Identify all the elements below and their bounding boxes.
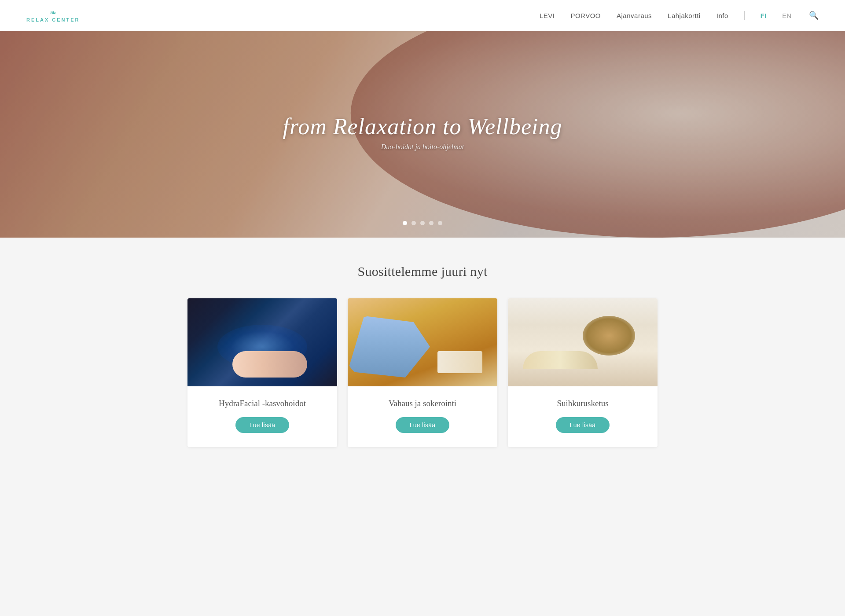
slider-dot-5[interactable]: [438, 221, 442, 225]
site-header: ❧ RELAX CENTER LEVI PORVOO Ajanvaraus La…: [0, 0, 845, 31]
section-title: Suosittelemme juuri nyt: [35, 264, 810, 279]
card-hydrafacial-image: [187, 298, 337, 386]
slider-dot-4[interactable]: [429, 221, 434, 225]
card-hydrafacial-btn[interactable]: Lue lisää: [235, 417, 290, 433]
hero-subtitle: Duo-hoidot ja hoito-ohjelmat: [283, 143, 562, 151]
recommendations-section: Suosittelemme juuri nyt HydraFacial -kas…: [0, 238, 845, 482]
card-shower-btn[interactable]: Lue lisää: [556, 417, 610, 433]
card-wax-body: Vahaus ja sokerointi Lue lisää: [348, 386, 497, 447]
nav-ajanvaraus[interactable]: Ajanvaraus: [617, 12, 652, 19]
nav-lahjakortti[interactable]: Lahjakortti: [668, 12, 701, 19]
card-shower-title: Suihkurusketus: [557, 399, 608, 408]
card-hydrafacial-title: HydraFacial -kasvohoidot: [219, 399, 306, 408]
nav-porvoo[interactable]: PORVOO: [570, 12, 601, 19]
search-icon[interactable]: 🔍: [809, 11, 819, 20]
logo-text: RELAX CENTER: [26, 17, 80, 22]
card-wax-title: Vahaus ja sokerointi: [389, 399, 456, 408]
nav-levi[interactable]: LEVI: [540, 12, 555, 19]
nav-info[interactable]: Info: [716, 12, 728, 19]
card-hydrafacial: HydraFacial -kasvohoidot Lue lisää: [187, 298, 337, 447]
slider-dot-3[interactable]: [420, 221, 425, 225]
card-wax-btn[interactable]: Lue lisää: [396, 417, 450, 433]
card-wax-photo: [348, 298, 497, 386]
lang-divider: [744, 11, 745, 20]
card-hydrafacial-photo: [187, 298, 337, 386]
cards-grid: HydraFacial -kasvohoidot Lue lisää Vahau…: [141, 298, 704, 447]
hero-content: from Relaxation to Wellbeing Duo-hoidot …: [283, 114, 562, 151]
slider-dots: [403, 221, 442, 225]
slider-dot-2[interactable]: [411, 221, 416, 225]
card-wax: Vahaus ja sokerointi Lue lisää: [348, 298, 497, 447]
slider-dot-1[interactable]: [403, 221, 407, 225]
logo-icon: ❧: [50, 9, 56, 17]
card-shower-photo: [508, 298, 658, 386]
card-shower-image: [508, 298, 658, 386]
hero-section: from Relaxation to Wellbeing Duo-hoidot …: [0, 31, 845, 238]
card-hydrafacial-body: HydraFacial -kasvohoidot Lue lisää: [187, 386, 337, 447]
lang-en-button[interactable]: EN: [782, 12, 791, 19]
lang-fi-button[interactable]: FI: [760, 12, 766, 19]
card-wax-image: [348, 298, 497, 386]
logo[interactable]: ❧ RELAX CENTER: [26, 9, 80, 22]
card-shower-body: Suihkurusketus Lue lisää: [508, 386, 658, 447]
hero-title: from Relaxation to Wellbeing: [283, 114, 562, 139]
card-shower: Suihkurusketus Lue lisää: [508, 298, 658, 447]
main-nav: LEVI PORVOO Ajanvaraus Lahjakortti Info …: [540, 11, 819, 20]
